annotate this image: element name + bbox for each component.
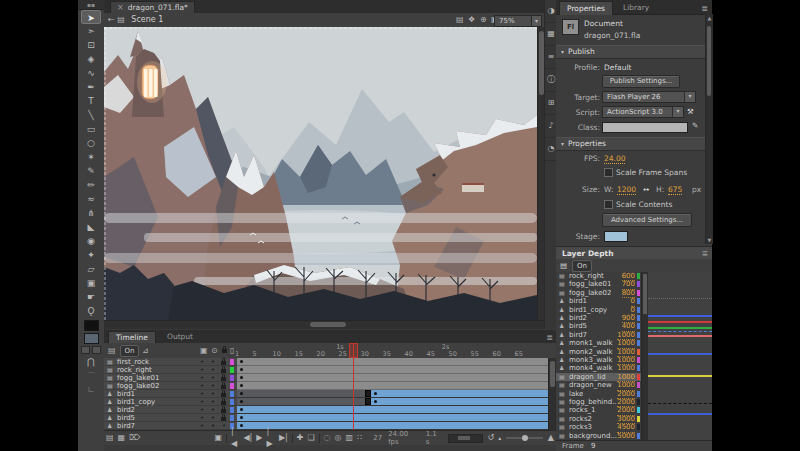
playhead-line[interactable] xyxy=(353,343,354,430)
timeline-frames-track[interactable] xyxy=(237,366,556,374)
timeline-layer-row[interactable]: ▤rock_right•• xyxy=(104,366,556,374)
pencil-tool[interactable]: ✎ xyxy=(81,164,101,178)
text-tool[interactable]: T xyxy=(81,94,101,108)
selection-tool[interactable]: ➤ xyxy=(81,10,101,24)
zoom-out-timeline-icon[interactable]: ▴ xyxy=(498,432,501,444)
layer-lock-icon[interactable] xyxy=(221,409,226,413)
timeline-layer-row[interactable]: ▤fogg_lake01•• xyxy=(104,374,556,382)
stroke-color-chip[interactable] xyxy=(84,320,99,331)
rectangle-tool[interactable]: ▭ xyxy=(81,122,101,136)
tab-properties[interactable]: Properties xyxy=(559,1,613,15)
stage-color-swatch[interactable] xyxy=(604,231,628,242)
layer-lock-icon[interactable] xyxy=(221,393,226,397)
snap-to-objects-toggle[interactable]: ⋂ xyxy=(81,355,101,369)
timeline-layers-icon[interactable]: ▤ xyxy=(108,346,116,355)
target-dropdown[interactable]: Flash Player 26▾ xyxy=(602,91,696,103)
canvas-horizontal-scrollbar[interactable] xyxy=(104,320,545,329)
add-camera-icon[interactable]: ▣ xyxy=(214,432,222,444)
eraser-tool[interactable]: ▱ xyxy=(81,262,101,276)
layer-status-dot[interactable]: • xyxy=(211,390,215,398)
layer-status-dot[interactable]: • xyxy=(211,398,215,406)
step-back-icon[interactable]: ◀| xyxy=(243,432,252,444)
layer-depth-row[interactable]: ♟bird71000 xyxy=(556,331,641,339)
play-icon[interactable]: ▶ xyxy=(256,432,262,444)
size-link-icon[interactable]: ↔ xyxy=(643,185,649,194)
timeline-layer-name-cell[interactable]: ▤rock_right•• xyxy=(104,366,237,374)
fill-color-chip[interactable] xyxy=(84,333,99,344)
timeline-layer-name-cell[interactable]: ♟bird1•• xyxy=(104,390,237,398)
width-tool[interactable]: ≈ xyxy=(81,192,101,206)
layer-depth-on-button[interactable]: On xyxy=(572,260,592,272)
reset-timeline-zoom-icon[interactable]: ↺ xyxy=(488,432,495,444)
layer-lock-icon[interactable] xyxy=(221,369,226,373)
eyedropper-tool[interactable]: ✦ xyxy=(81,248,101,262)
layer-status-dot[interactable]: • xyxy=(200,406,204,414)
class-input[interactable] xyxy=(602,122,688,133)
layer-depth-row[interactable]: ♟monk3_walk1000 xyxy=(556,356,641,364)
parenting-view-icon[interactable]: ⊿ xyxy=(142,346,149,355)
timeline-frames-track[interactable] xyxy=(237,406,556,414)
layer-status-dot[interactable]: • xyxy=(211,374,215,382)
swap-colors-button[interactable] xyxy=(92,346,101,354)
insert-keyframe-icon[interactable]: ✚ xyxy=(297,432,304,444)
timeline-layer-row[interactable]: ♟bird7••• xyxy=(104,422,556,430)
pen-tool[interactable]: ✒ xyxy=(81,80,101,94)
subselection-tool[interactable]: ➣ xyxy=(81,24,101,38)
layer-status-dot[interactable]: • xyxy=(200,366,204,374)
timeline-frames-track[interactable] xyxy=(237,422,556,430)
timeline-mini-scrollbar[interactable] xyxy=(448,434,483,443)
bone-tool[interactable]: ⋔ xyxy=(81,206,101,220)
polystar-tool[interactable]: ✶ xyxy=(81,150,101,164)
timeline-frames-track[interactable] xyxy=(237,382,556,390)
timeline-layer-row[interactable]: ♟bird1•• xyxy=(104,390,556,398)
line-tool[interactable]: ╲ xyxy=(81,108,101,122)
timeline-layer-row[interactable]: ▤fogg_lake02•• xyxy=(104,382,556,390)
layer-depth-row[interactable]: ▤rocks_12000 xyxy=(556,406,641,414)
delete-layer-icon[interactable]: ⌦ xyxy=(129,432,140,444)
timeline-layer-name-cell[interactable]: ♟bird1_copy•• xyxy=(104,398,237,406)
timeline-zoom-slider-knob[interactable] xyxy=(522,435,528,441)
timeline-layer-row[interactable]: ▤first_rock•• xyxy=(104,358,556,366)
timeline-frames-track[interactable] xyxy=(237,414,556,422)
tab-output[interactable]: Output xyxy=(160,331,200,343)
timeline-frames-track[interactable] xyxy=(237,398,556,406)
layer-lock-icon[interactable] xyxy=(221,377,226,381)
layer-depth-row[interactable]: ▤lake2000 xyxy=(556,390,641,398)
timeline-frames-track[interactable] xyxy=(237,374,556,382)
frame-span-gray[interactable] xyxy=(237,374,548,382)
frame-span-selected[interactable] xyxy=(371,398,548,405)
layer-status-dot[interactable]: • xyxy=(200,382,204,390)
advanced-settings-button[interactable]: Advanced Settings... xyxy=(602,213,692,227)
timeline-layer-name-cell[interactable]: ♟bird7••• xyxy=(104,422,237,430)
new-layer-icon[interactable]: ▤ xyxy=(106,432,114,444)
layer-depth-row[interactable]: ♟bird2900 xyxy=(556,314,641,322)
layer-depth-row[interactable]: ▤dragon_new1000 xyxy=(556,381,641,389)
zoom-tool[interactable]: Ǫ xyxy=(81,304,101,318)
frame-span-selected[interactable] xyxy=(237,422,548,429)
properties-scrollbar[interactable]: ▲▼ xyxy=(705,14,713,244)
publish-section-header[interactable]: ▾Publish xyxy=(556,45,705,59)
layer-lock-icon[interactable] xyxy=(221,417,226,421)
frame-span-gray[interactable] xyxy=(237,398,365,405)
edit-multiple-frames-icon[interactable]: ▥ xyxy=(346,432,354,444)
layer-status-dot[interactable]: • xyxy=(200,414,204,422)
insert-blank-keyframe-icon[interactable]: ❏ xyxy=(307,432,314,444)
layer-lock-icon[interactable] xyxy=(221,385,226,389)
lasso-tool[interactable]: ∿ xyxy=(81,66,101,80)
frame-span-gray[interactable] xyxy=(237,366,548,374)
frame-span-selected[interactable] xyxy=(237,414,548,421)
layer-depth-row[interactable]: ▤dragon_lid1000 xyxy=(556,373,641,381)
layer-depth-row[interactable]: ▤fogg_lake01700 xyxy=(556,280,641,288)
layer-depth-on-toggle[interactable]: On xyxy=(120,345,139,357)
timeline-layer-row[interactable]: ♟bird5•• xyxy=(104,414,556,422)
frame-span-gray[interactable] xyxy=(237,390,365,397)
layer-depth-row[interactable]: ▤rocks23000 xyxy=(556,415,641,423)
oval-tool[interactable]: ○ xyxy=(81,136,101,150)
zoom-level-select[interactable]: 75% ▾ xyxy=(494,15,542,27)
frame-span-selected[interactable] xyxy=(237,406,548,413)
go-last-frame-icon[interactable]: ▶| xyxy=(279,432,288,444)
tools-panel-header[interactable]: ▪▪ xyxy=(78,0,104,10)
class-pencil-icon[interactable]: ✎ xyxy=(692,121,698,130)
layer-lock-icon[interactable] xyxy=(221,401,226,405)
timeline-layer-row[interactable]: ♟bird2•• xyxy=(104,406,556,414)
